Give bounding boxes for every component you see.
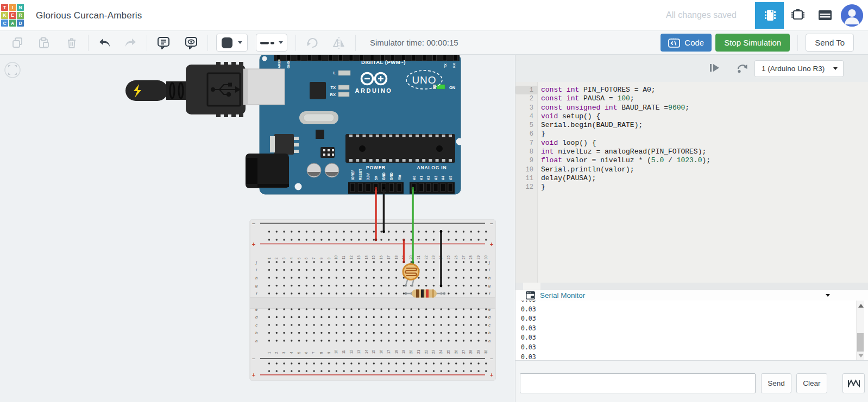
column-number: 6 (304, 257, 308, 259)
rotate-button[interactable] (304, 35, 320, 51)
mirror-button[interactable] (331, 35, 347, 51)
wire-black-jumper[interactable] (440, 230, 443, 287)
code-editor[interactable]: 1const int PIN_FOTORES = A0;2const int P… (515, 82, 868, 283)
save-status: All changes saved (666, 10, 737, 20)
board-selector-dropdown[interactable]: 1 (Arduino Uno R3) (754, 60, 844, 77)
breadboard[interactable]: 1122334455667788991010111112121313141415… (250, 220, 495, 380)
digital-pin-label: RX (452, 63, 456, 68)
logo-letter: E (9, 12, 16, 19)
copy-icon (11, 36, 24, 49)
column-number: 14 (364, 349, 368, 354)
serial-output[interactable]: 0.030.030.030.030.030.030.03 (515, 301, 868, 360)
code-panel-header: 1 (Arduino Uno R3) (515, 55, 868, 82)
power-pin-label: GND (382, 173, 386, 180)
fit-view-button[interactable] (5, 62, 20, 78)
list-view-button[interactable] (816, 9, 834, 22)
list-view-icon (817, 9, 833, 21)
column-number: 15 (372, 255, 375, 259)
analog-pin-header[interactable] (410, 182, 455, 194)
scroll-down-arrow[interactable] (858, 354, 864, 358)
code-text: void setup() { (538, 112, 600, 121)
code-text: } (538, 183, 545, 192)
analog-pin-label: A0 (412, 175, 416, 180)
analog-pin-label: A3 (434, 175, 438, 180)
code-line[interactable]: 8int nivelLuz = analogRead(PIN_FOTORES); (515, 148, 868, 156)
code-line[interactable]: 5Serial.begin(BAUD_RATE); (515, 121, 868, 130)
serial-input-bar: Send Clear (515, 360, 868, 402)
serial-collapse-caret[interactable] (826, 294, 830, 297)
column-number: 6 (304, 352, 308, 354)
led-tx (338, 85, 349, 90)
tinkercad-logo[interactable]: TINKERCAD (0, 0, 25, 31)
undo-icon (98, 37, 112, 49)
scroll-up-arrow[interactable] (858, 304, 864, 308)
annotation-visibility-button[interactable] (183, 35, 199, 51)
code-line[interactable]: 1const int PIN_FOTORES = A0; (515, 86, 868, 94)
line-number: 3 (515, 104, 538, 112)
row-letter: a (255, 339, 257, 343)
schematic-view-button[interactable] (789, 8, 807, 23)
code-text: const unsigned int BAUD_RATE =9600; (538, 104, 689, 112)
wire-red-5v[interactable] (375, 187, 378, 241)
serial-output-line: 0.03 (521, 314, 868, 324)
notes-button[interactable] (155, 35, 172, 51)
circuit-canvas[interactable]: AREFGNDTXRX DIGITAL (PWM~) L TX RX ON AR… (0, 55, 515, 402)
serial-input[interactable] (520, 373, 756, 393)
breadboard-view-button[interactable] (755, 2, 784, 29)
code-line[interactable]: 2const int PAUSA = 100; (515, 94, 868, 103)
power-pin-label: IOREF (351, 170, 355, 180)
delete-button[interactable] (64, 35, 80, 51)
code-text: Serial.println(valor); (538, 165, 634, 174)
code-line[interactable]: 3const unsigned int BAUD_RATE =9600; (515, 104, 868, 112)
usb-cable[interactable] (125, 62, 246, 117)
line-number: 8 (515, 148, 538, 156)
paste-button[interactable] (36, 35, 52, 51)
atmega-ic[interactable] (345, 134, 455, 163)
wire-red-jumper[interactable] (402, 239, 405, 264)
wire-green-a0[interactable] (412, 187, 414, 264)
serial-scrollbar[interactable] (856, 301, 864, 360)
scrollbar-thumb[interactable] (857, 333, 864, 352)
logo-letter: I (9, 4, 16, 11)
code-line[interactable]: 11delay(PAUSA); (515, 174, 868, 183)
column-number: 16 (379, 349, 383, 354)
restart-simulation-button[interactable] (735, 62, 749, 76)
board-selector-value: 1 (Arduino Uno R3) (762, 65, 825, 73)
code-toggle-button[interactable]: Code (661, 34, 712, 52)
redo-icon (123, 37, 137, 49)
code-line[interactable]: 7void loop() { (515, 139, 868, 148)
user-avatar[interactable] (841, 4, 863, 27)
code-line[interactable]: 10Serial.println(valor); (515, 165, 868, 174)
undo-button[interactable] (97, 35, 113, 51)
row-letter: b (255, 330, 257, 335)
code-line[interactable]: 12} (515, 183, 868, 192)
serial-monitor-header[interactable]: Serial Monitor (515, 290, 868, 301)
stop-simulation-button[interactable]: Stop Simulation (715, 34, 790, 52)
toolbar-divider (295, 35, 296, 51)
debug-step-button[interactable] (708, 62, 720, 75)
color-dropdown[interactable] (216, 34, 248, 52)
restart-icon (735, 62, 749, 75)
code-line[interactable]: 6} (515, 130, 868, 138)
copy-button[interactable] (9, 35, 26, 51)
clear-button[interactable]: Clear (796, 373, 827, 393)
reset-button[interactable] (316, 130, 324, 139)
column-number: 23 (431, 349, 435, 354)
wire-black-gnd[interactable] (382, 187, 385, 233)
send-button[interactable]: Send (761, 373, 791, 393)
row-letter: a (488, 339, 490, 343)
code-line[interactable]: 4void setup() { (515, 112, 868, 121)
column-number: 4 (290, 257, 293, 259)
power-pin-label: Vin (398, 175, 401, 180)
code-line[interactable]: 9float valor = nivelLuz * (5.0 / 1023.0)… (515, 156, 868, 165)
redo-button[interactable] (122, 35, 139, 51)
line-number: 2 (515, 94, 538, 103)
wire-style-dropdown[interactable] (256, 34, 287, 52)
graph-button[interactable] (842, 373, 865, 393)
column-number: 8 (319, 257, 323, 259)
send-to-button[interactable]: Send To (806, 34, 854, 52)
column-number: 18 (394, 255, 398, 259)
uno-model-label: UNO (412, 74, 436, 86)
column-number: 8 (319, 352, 323, 354)
document-title[interactable]: Glorious Curcan-Amberis (36, 10, 142, 21)
